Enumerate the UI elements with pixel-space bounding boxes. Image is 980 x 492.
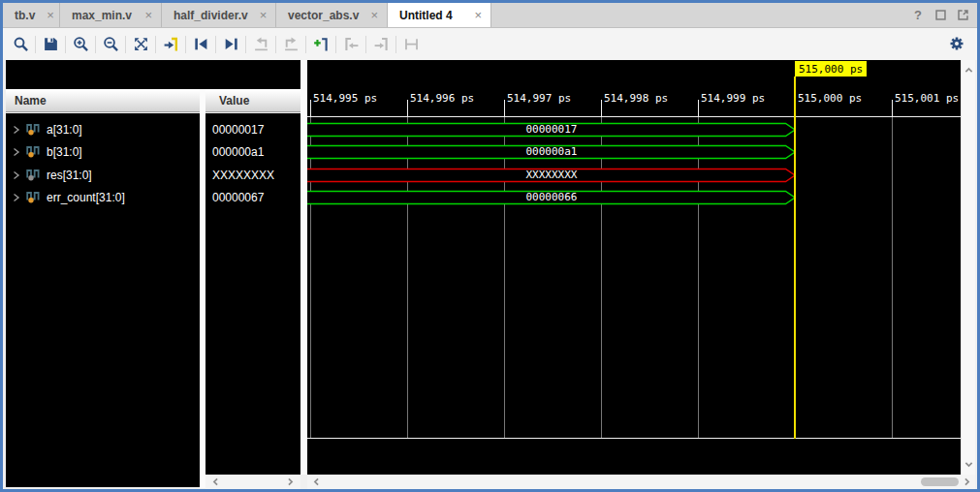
toolbar-separator (275, 36, 276, 53)
toolbar-separator (125, 36, 126, 53)
maximize-icon[interactable] (933, 9, 947, 22)
add-marker-icon (313, 36, 330, 52)
next-marker-button (369, 33, 393, 56)
scroll-left-icon[interactable] (310, 476, 323, 488)
expand-chevron-icon[interactable] (13, 170, 20, 180)
editor-tab-untitled-4[interactable]: Untitled 4× (388, 3, 491, 27)
next-transition-button (279, 33, 302, 56)
expand-chevron-icon[interactable] (13, 147, 20, 157)
toolbar-separator (335, 36, 336, 53)
signal-value: XXXXXXXX (212, 165, 274, 185)
bus-value-label: XXXXXXXX (307, 169, 796, 181)
expand-chevron-icon[interactable] (13, 125, 20, 135)
bus-waveform[interactable]: 00000017 (307, 122, 796, 138)
scroll-down-icon[interactable] (963, 458, 975, 471)
cursor-time-badge[interactable]: 515,000 ps (795, 61, 867, 77)
tab-close-icon[interactable]: × (144, 9, 152, 21)
signal-name: b[31:0] (47, 145, 82, 159)
find-button[interactable] (9, 33, 32, 56)
find-icon (13, 36, 29, 52)
panel-wave-splitter[interactable] (300, 60, 307, 475)
wave-cursor-line[interactable] (794, 77, 796, 439)
tabs-container: tb.v×max_min.v×half_divider.v×vector_abs… (3, 3, 491, 27)
previous-marker-icon (343, 36, 360, 52)
bus-waveform[interactable]: XXXXXXXX (307, 168, 796, 183)
next-transition-icon (283, 36, 300, 52)
signal-row[interactable]: err_count[31:0] (6, 187, 200, 207)
editor-tab-bar: tb.v×max_min.v×half_divider.v×vector_abs… (3, 3, 977, 28)
previous-transition-icon (253, 36, 269, 52)
value-column-header[interactable]: Value (205, 89, 300, 112)
editor-tab-vector-abs-v[interactable]: vector_abs.v× (276, 3, 388, 27)
tab-close-icon[interactable]: × (47, 9, 54, 21)
signal-row[interactable]: res[31:0] (6, 165, 200, 185)
expand-chevron-icon[interactable] (13, 193, 20, 202)
editor-tab-tb-v[interactable]: tb.v× (3, 3, 60, 27)
zoom-in-button[interactable] (69, 33, 92, 56)
go-to-end-icon (223, 36, 239, 52)
zoom-out-button[interactable] (99, 33, 122, 56)
help-icon[interactable]: ? (911, 9, 925, 22)
go-to-end-button[interactable] (219, 33, 242, 56)
add-marker-button[interactable] (309, 33, 332, 56)
tab-close-icon[interactable]: × (474, 9, 482, 21)
go-to-time-icon (163, 36, 179, 52)
wave-hscrollbar[interactable] (307, 475, 975, 489)
scroll-up-icon[interactable] (963, 64, 975, 77)
signal-value-panel: 00000017000000a1XXXXXXXX00000067 (205, 113, 300, 475)
bus-waveform[interactable]: 000000a1 (307, 144, 796, 160)
wave-gridline (601, 117, 602, 438)
float-pane-icon[interactable] (956, 9, 969, 22)
ruler-tick-mark (407, 100, 408, 116)
wave-gridline (698, 117, 699, 438)
ruler-tick-label: 514,998 ps (604, 92, 668, 105)
ruler-tick-mark (601, 100, 602, 116)
toolbar-separator (95, 36, 96, 53)
editor-tab-max-min-v[interactable]: max_min.v× (60, 3, 162, 27)
go-to-start-button[interactable] (189, 33, 212, 56)
bus-signal-icon (26, 145, 41, 158)
save-button[interactable] (39, 33, 62, 56)
ruler-tick-label: 514,999 ps (701, 92, 765, 105)
bus-value-label: 00000066 (307, 191, 796, 203)
ruler-tick-mark (698, 100, 699, 116)
signal-row[interactable]: b[31:0] (6, 141, 200, 162)
signal-name-panel: a[31:0]b[31:0]res[31:0]err_count[31:0] (6, 113, 200, 487)
toolbar-separator (245, 36, 246, 53)
wave-gridline (407, 117, 408, 438)
go-to-start-icon (193, 36, 209, 52)
tab-label: Untitled 4 (399, 9, 453, 22)
value-panel-hscrollbar[interactable] (205, 475, 300, 489)
signal-row[interactable]: a[31:0] (6, 119, 200, 139)
go-to-time-button[interactable] (159, 33, 182, 56)
name-column-header[interactable]: Name (6, 89, 203, 112)
scroll-right-icon[interactable] (284, 476, 297, 488)
wave-settings-gear-button[interactable] (946, 33, 967, 54)
toolbar-separator (185, 36, 186, 53)
swap-cursors-button (399, 33, 423, 56)
zoom-fit-button[interactable] (129, 33, 152, 56)
toolbar-separator (365, 36, 366, 53)
hscroll-thumb[interactable] (921, 477, 959, 486)
toolbar-separator (35, 36, 36, 53)
wave-gridline (504, 117, 505, 438)
bus-waveform[interactable]: 00000066 (307, 190, 796, 205)
toolbar-separator (215, 36, 216, 53)
bus-value-label: 00000017 (307, 123, 796, 136)
tab-label: max_min.v (72, 9, 132, 22)
editor-tab-half-divider-v[interactable]: half_divider.v× (162, 3, 276, 27)
scroll-left-icon[interactable] (209, 476, 222, 488)
ruler-tick-label: 515,001 ps (895, 92, 959, 105)
signal-value: 00000067 (212, 187, 264, 207)
signal-name: err_count[31:0] (47, 191, 125, 204)
tab-close-icon[interactable]: × (370, 9, 378, 21)
wave-vscrollbar[interactable] (961, 60, 975, 475)
signal-panel-top-strip (6, 60, 300, 89)
tab-close-icon[interactable]: × (260, 9, 268, 21)
waveform-area[interactable]: 515,000 ps 514,995 ps514,996 ps514,997 p… (307, 60, 961, 475)
ruler-tick-mark (892, 100, 893, 116)
signal-value: 00000017 (212, 119, 264, 139)
zoom-in-icon (73, 36, 89, 52)
bus-value-label: 000000a1 (307, 145, 796, 158)
scroll-right-icon[interactable] (961, 476, 973, 488)
